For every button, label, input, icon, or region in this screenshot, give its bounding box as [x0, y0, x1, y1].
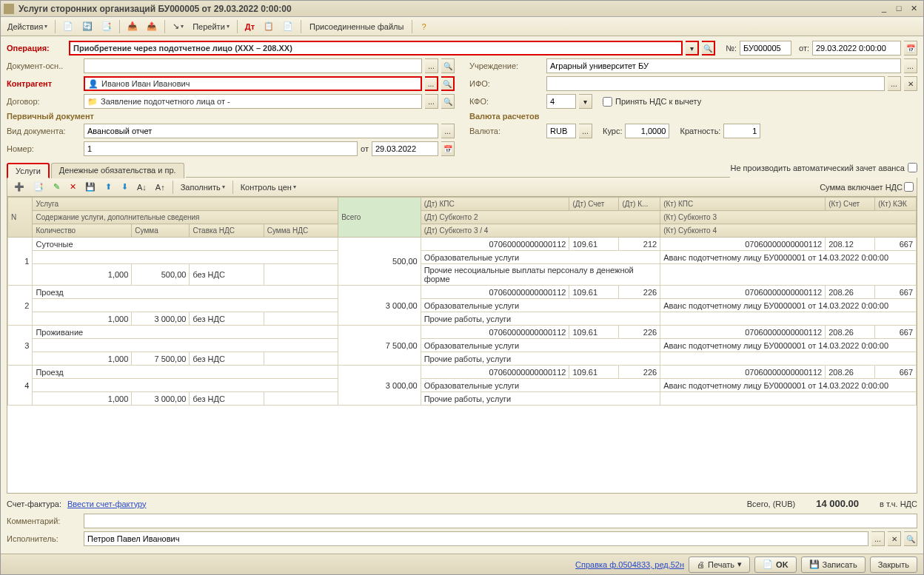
no-auto-offset-checkbox[interactable]: [908, 163, 917, 172]
ifo-field[interactable]: [546, 76, 885, 91]
executor-search[interactable]: 🔍: [904, 531, 917, 546]
sort-desc-icon[interactable]: A↑: [152, 180, 169, 195]
currency-label: Валюта:: [469, 127, 543, 135]
close-window-button[interactable]: Закрыть: [870, 556, 917, 573]
statusbar: Справка ф.0504833, ред.52н 🖨 Печать ▾ 📄 …: [1, 554, 923, 574]
copy-row-icon[interactable]: 📑: [30, 180, 47, 195]
incl-vat-label: в т.ч. НДС: [880, 500, 917, 508]
tb-icon-5[interactable]: 📤: [143, 19, 161, 34]
institution-label: Учреждение:: [469, 61, 543, 70]
tb-icon-9[interactable]: 📄: [279, 19, 297, 34]
number-field[interactable]: [84, 141, 358, 156]
fill-menu[interactable]: Заполнить▾: [177, 180, 229, 195]
operation-label: Операция:: [7, 44, 66, 53]
executor-field[interactable]: [84, 531, 868, 546]
total-value: 14 000.00: [816, 498, 859, 509]
contractor-field[interactable]: 👤 Иванов Иван Иванович: [84, 76, 422, 91]
goto-menu[interactable]: Перейти▾: [189, 19, 233, 34]
sort-asc-icon[interactable]: A↓: [133, 180, 150, 195]
comment-field[interactable]: [84, 514, 917, 528]
num-label: №:: [726, 44, 737, 53]
date-field[interactable]: [812, 41, 901, 56]
ifo-label: ИФО:: [469, 79, 543, 88]
comment-label: Комментарий:: [7, 517, 81, 525]
price-control-menu[interactable]: Контроль цен▾: [237, 180, 300, 195]
kfo-label: КФО:: [469, 97, 543, 106]
doc-date-picker[interactable]: 📅: [441, 141, 455, 156]
doc-type-field[interactable]: [84, 124, 438, 138]
attachments-link[interactable]: Присоединенные файлы: [305, 22, 408, 31]
accept-vat-checkbox[interactable]: [603, 97, 612, 107]
doc-type-label: Вид документа:: [7, 127, 81, 135]
contract-field[interactable]: 📁 Заявление подотчетного лица от -: [84, 94, 422, 109]
contract-search[interactable]: 🔍: [441, 94, 455, 109]
executor-clear[interactable]: ✕: [888, 531, 901, 546]
rate-field[interactable]: [625, 124, 669, 138]
operation-field[interactable]: Приобретение через подотчетное лицо (XXX…: [69, 41, 683, 56]
doc-osn-label: Документ-осн..: [7, 61, 81, 70]
move-up-icon[interactable]: ⬆: [101, 180, 116, 195]
contract-lookup[interactable]: ...: [425, 94, 438, 109]
doc-type-lookup[interactable]: ...: [441, 124, 455, 138]
folder-icon: 📁: [87, 97, 98, 107]
ok-button[interactable]: 📄 OK: [754, 556, 797, 573]
operation-lookup[interactable]: 🔍: [702, 41, 715, 56]
tb-icon-8[interactable]: 📋: [260, 19, 278, 34]
doc-date-field[interactable]: [372, 141, 438, 156]
invoice-link[interactable]: Ввести счет-фактуру: [67, 500, 147, 508]
help-icon[interactable]: ?: [416, 19, 431, 34]
kfo-dropdown[interactable]: ▾: [579, 94, 592, 109]
institution-lookup[interactable]: ...: [904, 58, 917, 73]
contractor-search[interactable]: 🔍: [441, 76, 455, 91]
mult-field[interactable]: [723, 124, 760, 138]
edit-row-icon[interactable]: ✎: [49, 180, 64, 195]
executor-lookup[interactable]: ...: [871, 531, 885, 546]
main-toolbar: Действия▾ 📄 🔄 📑 📥 📤 ↘▾ Перейти▾ Дт 📋 📄 П…: [1, 17, 923, 36]
add-row-icon[interactable]: ➕: [10, 180, 28, 195]
primary-doc-title: Первичный документ: [7, 112, 455, 121]
executor-label: Исполнитель:: [7, 534, 81, 543]
app-icon: [4, 4, 14, 14]
num-field[interactable]: [740, 41, 791, 56]
tb-icon-4[interactable]: 📥: [124, 19, 141, 34]
tb-icon-3[interactable]: 📑: [98, 19, 116, 34]
tb-icon-1[interactable]: 📄: [59, 19, 77, 34]
minimize-button[interactable]: _: [877, 3, 891, 15]
total-label: Всего, (RUB): [747, 500, 796, 508]
doc-osn-search[interactable]: 🔍: [441, 58, 455, 73]
delete-row-icon[interactable]: ✕: [65, 180, 80, 195]
mult-label: Кратность:: [680, 127, 720, 135]
contractor-lookup[interactable]: ...: [425, 76, 438, 91]
ifo-clear[interactable]: ✕: [904, 76, 917, 91]
currency-lookup[interactable]: ...: [579, 124, 592, 138]
from-label: от:: [799, 44, 809, 53]
person-icon: 👤: [88, 79, 98, 89]
doc-osn-lookup[interactable]: ...: [425, 58, 438, 73]
maximize-button[interactable]: □: [892, 3, 905, 15]
doc-osn-field[interactable]: [84, 58, 422, 73]
print-button[interactable]: 🖨 Печать ▾: [689, 556, 750, 573]
tb-icon-2[interactable]: 🔄: [78, 19, 96, 34]
operation-dropdown[interactable]: ▾: [686, 41, 699, 56]
tb-icon-6[interactable]: ↘▾: [169, 19, 187, 34]
no-auto-offset-label: Не производить автоматический зачет аван…: [730, 164, 905, 172]
save-row-icon[interactable]: 💾: [81, 180, 99, 195]
date-picker-icon[interactable]: 📅: [904, 41, 917, 56]
currency-field[interactable]: [546, 124, 576, 138]
institution-field[interactable]: [546, 58, 901, 73]
tab-obligations[interactable]: Денежные обязательства и пр.: [51, 163, 184, 178]
ref-link[interactable]: Справка ф.0504833, ред.52н: [575, 560, 684, 569]
save-button[interactable]: 💾 Записать: [801, 556, 866, 573]
close-button[interactable]: ✕: [907, 3, 920, 15]
tb-icon-7[interactable]: Дт: [241, 19, 258, 34]
sum-includes-vat-checkbox[interactable]: [904, 182, 914, 192]
tab-services[interactable]: Услуги: [7, 163, 50, 178]
ifo-lookup[interactable]: ...: [888, 76, 901, 91]
actions-menu[interactable]: Действия▾: [4, 19, 51, 34]
kfo-field[interactable]: [546, 94, 576, 109]
move-down-icon[interactable]: ⬇: [117, 180, 132, 195]
currency-title: Валюта расчетов: [469, 112, 917, 121]
services-grid[interactable]: N Услуга Едини... Всего (Дт) КПС (Дт) Сч…: [7, 197, 917, 494]
rate-label: Курс:: [603, 127, 622, 135]
window-title: Услуги сторонних организаций БУ000005 от…: [19, 4, 876, 14]
